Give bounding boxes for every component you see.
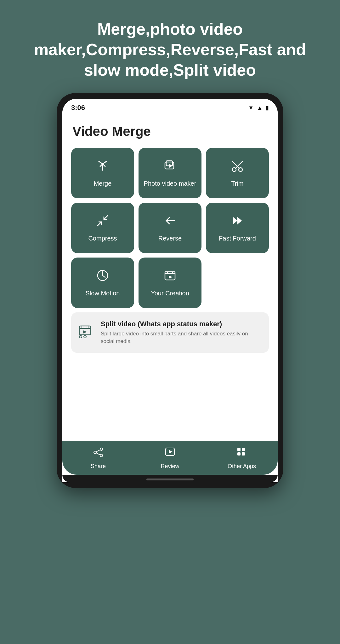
- creation-icon: [163, 269, 177, 285]
- svg-point-34: [100, 454, 103, 457]
- battery-icon: ▮: [266, 104, 269, 111]
- compress-label: Compress: [88, 234, 117, 242]
- other-apps-nav-item[interactable]: Other Apps: [206, 447, 278, 470]
- svg-marker-14: [237, 217, 242, 224]
- split-title: Split video (Whats app status maker): [101, 320, 262, 328]
- home-indicator: [62, 475, 278, 482]
- svg-line-9: [232, 161, 239, 168]
- trim-button[interactable]: Trim: [206, 148, 269, 198]
- merge-button[interactable]: Merge: [71, 148, 134, 198]
- bottom-nav: Share Review: [62, 441, 278, 475]
- share-nav-item[interactable]: Share: [62, 447, 134, 470]
- svg-marker-5: [169, 164, 173, 168]
- split-subtitle: Split large video into small parts and s…: [101, 330, 262, 345]
- svg-marker-13: [233, 217, 237, 224]
- split-video-banner[interactable]: Split video (Whats app status maker) Spl…: [71, 312, 269, 353]
- photo-video-maker-button[interactable]: Photo video maker: [139, 148, 201, 198]
- signal-icon: ▲: [257, 105, 263, 111]
- slow-motion-label: Slow Motion: [86, 289, 120, 297]
- fast-forward-button[interactable]: Fast Forward: [206, 203, 269, 253]
- reverse-label: Reverse: [158, 234, 182, 242]
- grid-row-2: Compress Reverse: [71, 203, 269, 253]
- review-nav-item[interactable]: Review: [134, 447, 206, 470]
- reverse-button[interactable]: Reverse: [139, 203, 201, 253]
- app-content: Video Merge Merge: [62, 114, 278, 441]
- compress-button[interactable]: Compress: [71, 203, 134, 253]
- slow-motion-button[interactable]: Slow Motion: [71, 258, 134, 308]
- fast-forward-icon: [230, 214, 244, 230]
- trim-icon: [230, 159, 244, 175]
- svg-rect-40: [242, 448, 245, 451]
- merge-label: Merge: [94, 179, 112, 188]
- your-creation-button[interactable]: Your Creation: [139, 258, 201, 308]
- split-text: Split video (Whats app status maker) Spl…: [101, 320, 262, 345]
- split-video-icon: [78, 323, 94, 342]
- status-time: 3:06: [71, 104, 85, 112]
- svg-point-32: [100, 448, 103, 450]
- other-apps-label: Other Apps: [228, 463, 256, 470]
- svg-point-33: [94, 451, 96, 454]
- other-apps-icon: [236, 447, 247, 461]
- svg-line-2: [103, 161, 106, 164]
- header-title: Merge,photo video maker,Compress,Reverse…: [0, 0, 340, 93]
- svg-point-16: [102, 275, 103, 276]
- grid-row-3: Slow Motion Your Creation: [71, 258, 269, 308]
- merge-icon: [96, 159, 110, 175]
- svg-marker-22: [169, 276, 173, 279]
- photo-video-label: Photo video maker: [144, 179, 196, 188]
- photo-video-icon: [163, 159, 177, 175]
- svg-marker-28: [83, 330, 87, 334]
- svg-line-8: [235, 161, 242, 168]
- grid-empty-slot: [206, 258, 269, 308]
- review-label: Review: [161, 463, 179, 470]
- review-icon: [164, 447, 176, 461]
- svg-rect-41: [237, 452, 241, 455]
- svg-marker-38: [169, 450, 173, 454]
- phone-frame: 3:06 ▼ ▲ ▮ Video Merge: [57, 93, 283, 488]
- trim-label: Trim: [231, 179, 243, 188]
- wifi-icon: ▼: [248, 105, 254, 111]
- svg-line-11: [104, 216, 108, 219]
- your-creation-label: Your Creation: [151, 289, 189, 297]
- app-title: Video Merge: [71, 124, 269, 139]
- reverse-icon: [163, 214, 177, 230]
- compress-icon: [96, 214, 110, 230]
- share-label: Share: [91, 463, 106, 470]
- svg-line-36: [96, 453, 100, 455]
- bottom-spacer: [71, 353, 269, 441]
- status-icons: ▼ ▲ ▮: [248, 104, 269, 111]
- svg-rect-42: [242, 452, 245, 455]
- slow-motion-icon: [96, 269, 110, 285]
- grid-row-1: Merge Photo video maker: [71, 148, 269, 198]
- status-bar: 3:06 ▼ ▲ ▮: [62, 99, 278, 114]
- svg-rect-39: [237, 448, 241, 451]
- svg-line-10: [98, 222, 101, 226]
- fast-forward-label: Fast Forward: [219, 234, 256, 242]
- svg-line-1: [99, 161, 103, 164]
- home-bar: [146, 479, 194, 480]
- share-icon: [93, 447, 104, 461]
- svg-line-35: [96, 450, 100, 452]
